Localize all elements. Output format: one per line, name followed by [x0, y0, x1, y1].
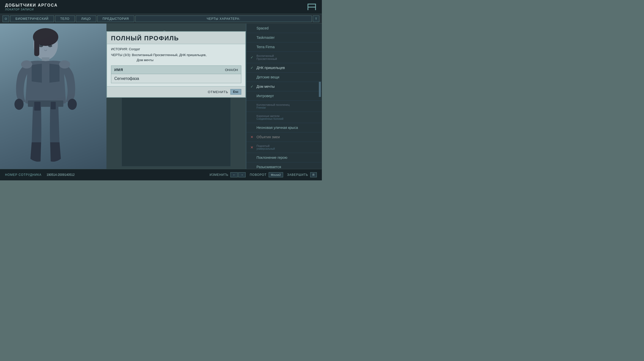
- sidebar-label-dream-home: Дом мечты: [256, 84, 275, 89]
- modal-name-input[interactable]: Сегнетофаза: [111, 74, 241, 83]
- modal-footer: ОТМЕНИТЬ Esc: [107, 87, 245, 97]
- cancel-key[interactable]: Esc: [230, 89, 241, 95]
- sidebar-item-taskmaster[interactable]: Taskmaster: [246, 33, 322, 42]
- logo: [307, 3, 317, 11]
- sidebar-item-raised[interactable]: ✕ Поднятый универсальный: [246, 142, 322, 153]
- raised-text-block: Поднятый универсальный: [256, 144, 275, 150]
- modal-name-section: ИМЯ ОНА/ОН Сегнетофаза: [111, 65, 241, 83]
- tab-key-t[interactable]: T: [313, 15, 319, 22]
- sidebar-item-educated[interactable]: ✓ Воспитанный Просветленный: [246, 52, 322, 63]
- modal-body: ИСТОРИЯ: Солдат ЧЕРТЫ (3/3): Воспитанный…: [107, 44, 245, 87]
- modal-overlay: ПОЛНЫЙ ПРОФИЛЬ ИСТОРИЯ: Солдат ЧЕРТЫ (3/…: [106, 24, 246, 169]
- modal-name-row: ИМЯ ОНА/ОН: [111, 65, 241, 74]
- sidebar-label-introvert: Интроверт: [256, 94, 274, 98]
- natives-label: Коренные жители: [256, 114, 283, 117]
- collective-text-block: Коллективный поселенец Freestar: [256, 103, 290, 109]
- rotate-action: ПОВОРОТ Mouse2: [250, 172, 283, 177]
- svg-point-8: [68, 99, 77, 110]
- collective-label: Коллективный поселенец: [256, 103, 290, 106]
- sidebar-label-taskmaster: Taskmaster: [256, 36, 275, 40]
- finish-label: ЗАВЕРШИТЬ: [287, 173, 308, 177]
- cross-raised: ✕: [250, 145, 254, 149]
- profile-modal: ПОЛНЫЙ ПРОФИЛЬ ИСТОРИЯ: Солдат ЧЕРТЫ (3/…: [106, 31, 246, 98]
- center-content: 👥 Воспитанный Просветленный 🧬 ДНК пришел…: [106, 24, 246, 169]
- tab-traits[interactable]: ЧЕРТЫ ХАРАКТЕРА:: [135, 15, 312, 22]
- svg-rect-9: [34, 102, 41, 111]
- cancel-label: ОТМЕНИТЬ: [208, 90, 228, 94]
- key-mouse2[interactable]: Mouse2: [269, 172, 283, 177]
- sidebar-item-natives[interactable]: Коренные жители Соединённых Колоний: [246, 112, 322, 123]
- collective-sub: Freestar: [256, 106, 290, 109]
- natives-text-block: Коренные жители Соединённых Колоний: [256, 114, 283, 120]
- key-right[interactable]: →: [238, 172, 246, 177]
- check-dream-home: ✓: [250, 84, 254, 89]
- sidebar-label-terra-firma: Terra Firma: [256, 45, 275, 49]
- modal-traits-row: ЧЕРТЫ (3/3): Воспитанный Просветленный, …: [111, 53, 241, 62]
- main-title: ДОБЫТЧИКИ АРГОСА: [5, 3, 58, 8]
- check-alien-dna: ✓: [250, 66, 254, 70]
- svg-point-7: [14, 99, 24, 110]
- header: ДОБЫТЧИКИ АРГОСА ЛОКАТОР ЗАПИСИ: [0, 0, 322, 14]
- educated-text-block: Воспитанный Просветленный: [256, 54, 277, 60]
- svg-rect-4: [34, 36, 39, 56]
- sidebar-item-wanted[interactable]: Разыскивается: [246, 162, 322, 169]
- tab-background[interactable]: ПРЕДЫСТОРИЯ: [97, 15, 134, 22]
- sidebar-item-neon-rat[interactable]: Неоновая уличная крыса: [246, 123, 322, 132]
- bottom-right-actions: ИЗМЕНИТЬ ← → ПОВОРОТ Mouse2 ЗАВЕРШИТЬ R: [210, 172, 317, 177]
- pronoun: ОНА/ОН: [222, 68, 241, 72]
- rotate-label: ПОВОРОТ: [250, 173, 266, 177]
- bottom-bar: НОМЕР СОТРУДНИКА 190514-2009140512 ИЗМЕН…: [0, 169, 322, 180]
- svg-point-14: [48, 45, 52, 47]
- svg-point-11: [21, 60, 32, 68]
- svg-point-13: [39, 45, 43, 47]
- name-label: ИМЯ: [111, 68, 222, 72]
- sidebar-item-alien-dna[interactable]: ✓ ДНК пришельцев: [246, 63, 322, 73]
- sidebar-item-collective[interactable]: Коллективный поселенец Freestar: [246, 101, 322, 112]
- employee-number: 190514-2009140512: [47, 173, 75, 177]
- main-area: 👥 Воспитанный Просветленный 🧬 ДНК пришел…: [0, 24, 322, 169]
- change-keys: ← →: [230, 172, 246, 177]
- sidebar-item-kids-stuff[interactable]: Детские вещи: [246, 73, 322, 82]
- tab-face[interactable]: ЛИЦО: [76, 15, 96, 22]
- sidebar-scrollbar[interactable]: [319, 82, 321, 97]
- sidebar-label-neon-rat: Неоновая уличная крыса: [256, 126, 298, 130]
- header-title-block: ДОБЫТЧИКИ АРГОСА ЛОКАТОР ЗАПИСИ: [0, 3, 58, 11]
- tab-biometric[interactable]: БИОМЕТРИЧЕСКИЙ: [10, 15, 54, 22]
- sidebar-item-spaced[interactable]: Spaced: [246, 24, 322, 33]
- finish-action: ЗАВЕРШИТЬ R: [287, 172, 317, 177]
- modal-header: ПОЛНЫЙ ПРОФИЛЬ: [107, 32, 245, 44]
- sidebar-item-snake-hug[interactable]: ✕ Объятия змеи: [246, 132, 322, 142]
- sidebar-label-wanted: Разыскивается: [256, 165, 281, 169]
- raised-sub: универсальный: [256, 147, 275, 150]
- sidebar-label-hero-worship: Поклонение герою: [256, 156, 287, 160]
- sidebar-item-terra-firma[interactable]: Terra Firma: [246, 42, 322, 52]
- sidebar-item-hero-worship[interactable]: Поклонение герою: [246, 153, 322, 162]
- sub-title: ЛОКАТОР ЗАПИСИ: [5, 8, 58, 11]
- traits-label: ЧЕРТЫ (3/3):: [111, 53, 131, 57]
- history-value: Солдат: [129, 47, 140, 51]
- sidebar-label-kids-stuff: Детские вещи: [256, 75, 279, 79]
- modal-title: ПОЛНЫЙ ПРОФИЛЬ: [111, 35, 241, 42]
- sidebar-item-dream-home[interactable]: ✓ Дом мечты: [246, 82, 322, 91]
- tab-body[interactable]: ТЕЛО: [55, 15, 75, 22]
- educated-sub: Воспитанный: [256, 54, 277, 57]
- modal-history-row: ИСТОРИЯ: Солдат: [111, 47, 241, 51]
- right-sidebar: Spaced Taskmaster Terra Firma ✓ Воспитан…: [246, 24, 322, 169]
- history-label: ИСТОРИЯ:: [111, 47, 128, 51]
- sidebar-label-spaced: Spaced: [256, 26, 268, 30]
- tab-key-o[interactable]: O: [3, 15, 9, 22]
- educated-sub2: Просветленный: [256, 57, 277, 60]
- portrait-area: [0, 24, 106, 169]
- nav-tabs: O БИОМЕТРИЧЕСКИЙ ТЕЛО ЛИЦО ПРЕДЫСТОРИЯ Ч…: [0, 14, 322, 24]
- sidebar-item-introvert[interactable]: Интроверт: [246, 91, 322, 101]
- change-action: ИЗМЕНИТЬ ← →: [210, 172, 246, 177]
- svg-rect-10: [51, 102, 56, 109]
- key-left[interactable]: ←: [230, 172, 238, 177]
- key-r[interactable]: R: [310, 172, 317, 177]
- natives-sub: Соединённых Колоний: [256, 117, 283, 120]
- sidebar-label-snake-hug: Объятия змеи: [256, 135, 280, 139]
- raised-label: Поднятый: [256, 144, 275, 147]
- check-educated: ✓: [250, 55, 254, 59]
- employee-label: НОМЕР СОТРУДНИКА: [5, 173, 42, 177]
- sidebar-label-alien-dna: ДНК пришельцев: [256, 66, 285, 70]
